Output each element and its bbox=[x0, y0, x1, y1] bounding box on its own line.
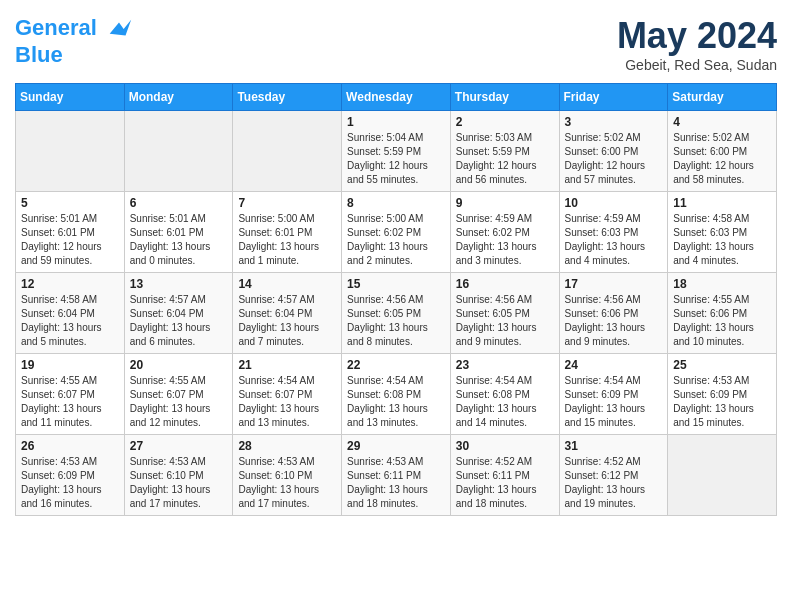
day-number: 22 bbox=[347, 358, 445, 372]
calendar-cell: 24Sunrise: 4:54 AMSunset: 6:09 PMDayligh… bbox=[559, 354, 668, 435]
day-number: 27 bbox=[130, 439, 228, 453]
day-number: 2 bbox=[456, 115, 554, 129]
day-number: 7 bbox=[238, 196, 336, 210]
day-info: Sunrise: 5:02 AMSunset: 6:00 PMDaylight:… bbox=[565, 131, 663, 187]
day-number: 29 bbox=[347, 439, 445, 453]
title-section: May 2024 Gebeit, Red Sea, Sudan bbox=[617, 15, 777, 73]
calendar-cell: 16Sunrise: 4:56 AMSunset: 6:05 PMDayligh… bbox=[450, 273, 559, 354]
calendar-cell bbox=[124, 111, 233, 192]
calendar-cell: 11Sunrise: 4:58 AMSunset: 6:03 PMDayligh… bbox=[668, 192, 777, 273]
day-number: 12 bbox=[21, 277, 119, 291]
day-info: Sunrise: 4:54 AMSunset: 6:08 PMDaylight:… bbox=[456, 374, 554, 430]
day-number: 26 bbox=[21, 439, 119, 453]
day-info: Sunrise: 5:01 AMSunset: 6:01 PMDaylight:… bbox=[21, 212, 119, 268]
calendar-week-1: 1Sunrise: 5:04 AMSunset: 5:59 PMDaylight… bbox=[16, 111, 777, 192]
day-info: Sunrise: 4:53 AMSunset: 6:11 PMDaylight:… bbox=[347, 455, 445, 511]
calendar-cell: 14Sunrise: 4:57 AMSunset: 6:04 PMDayligh… bbox=[233, 273, 342, 354]
calendar-cell: 7Sunrise: 5:00 AMSunset: 6:01 PMDaylight… bbox=[233, 192, 342, 273]
location: Gebeit, Red Sea, Sudan bbox=[617, 57, 777, 73]
day-number: 4 bbox=[673, 115, 771, 129]
calendar-cell: 25Sunrise: 4:53 AMSunset: 6:09 PMDayligh… bbox=[668, 354, 777, 435]
calendar-cell bbox=[233, 111, 342, 192]
weekday-header-wednesday: Wednesday bbox=[342, 84, 451, 111]
day-info: Sunrise: 5:00 AMSunset: 6:01 PMDaylight:… bbox=[238, 212, 336, 268]
calendar-cell: 15Sunrise: 4:56 AMSunset: 6:05 PMDayligh… bbox=[342, 273, 451, 354]
day-info: Sunrise: 4:52 AMSunset: 6:12 PMDaylight:… bbox=[565, 455, 663, 511]
day-info: Sunrise: 4:52 AMSunset: 6:11 PMDaylight:… bbox=[456, 455, 554, 511]
calendar-cell: 23Sunrise: 4:54 AMSunset: 6:08 PMDayligh… bbox=[450, 354, 559, 435]
day-number: 21 bbox=[238, 358, 336, 372]
day-info: Sunrise: 4:55 AMSunset: 6:07 PMDaylight:… bbox=[130, 374, 228, 430]
calendar-cell: 28Sunrise: 4:53 AMSunset: 6:10 PMDayligh… bbox=[233, 435, 342, 516]
calendar-cell: 29Sunrise: 4:53 AMSunset: 6:11 PMDayligh… bbox=[342, 435, 451, 516]
calendar-cell: 27Sunrise: 4:53 AMSunset: 6:10 PMDayligh… bbox=[124, 435, 233, 516]
calendar-cell: 26Sunrise: 4:53 AMSunset: 6:09 PMDayligh… bbox=[16, 435, 125, 516]
day-info: Sunrise: 4:55 AMSunset: 6:06 PMDaylight:… bbox=[673, 293, 771, 349]
day-number: 17 bbox=[565, 277, 663, 291]
day-info: Sunrise: 4:54 AMSunset: 6:07 PMDaylight:… bbox=[238, 374, 336, 430]
day-info: Sunrise: 4:53 AMSunset: 6:09 PMDaylight:… bbox=[21, 455, 119, 511]
day-number: 28 bbox=[238, 439, 336, 453]
calendar-cell: 2Sunrise: 5:03 AMSunset: 5:59 PMDaylight… bbox=[450, 111, 559, 192]
day-info: Sunrise: 5:04 AMSunset: 5:59 PMDaylight:… bbox=[347, 131, 445, 187]
weekday-header-tuesday: Tuesday bbox=[233, 84, 342, 111]
day-number: 19 bbox=[21, 358, 119, 372]
calendar-cell: 1Sunrise: 5:04 AMSunset: 5:59 PMDaylight… bbox=[342, 111, 451, 192]
calendar-cell: 12Sunrise: 4:58 AMSunset: 6:04 PMDayligh… bbox=[16, 273, 125, 354]
day-info: Sunrise: 4:59 AMSunset: 6:02 PMDaylight:… bbox=[456, 212, 554, 268]
weekday-header-friday: Friday bbox=[559, 84, 668, 111]
calendar-cell: 21Sunrise: 4:54 AMSunset: 6:07 PMDayligh… bbox=[233, 354, 342, 435]
calendar-cell: 5Sunrise: 5:01 AMSunset: 6:01 PMDaylight… bbox=[16, 192, 125, 273]
day-number: 3 bbox=[565, 115, 663, 129]
day-info: Sunrise: 5:02 AMSunset: 6:00 PMDaylight:… bbox=[673, 131, 771, 187]
day-number: 15 bbox=[347, 277, 445, 291]
day-number: 24 bbox=[565, 358, 663, 372]
calendar-cell bbox=[668, 435, 777, 516]
day-info: Sunrise: 4:53 AMSunset: 6:09 PMDaylight:… bbox=[673, 374, 771, 430]
page-header: General Blue May 2024 Gebeit, Red Sea, S… bbox=[15, 15, 777, 73]
weekday-header-sunday: Sunday bbox=[16, 84, 125, 111]
day-info: Sunrise: 5:03 AMSunset: 5:59 PMDaylight:… bbox=[456, 131, 554, 187]
weekday-row: SundayMondayTuesdayWednesdayThursdayFrid… bbox=[16, 84, 777, 111]
day-info: Sunrise: 4:56 AMSunset: 6:06 PMDaylight:… bbox=[565, 293, 663, 349]
logo: General Blue bbox=[15, 15, 133, 67]
calendar-week-2: 5Sunrise: 5:01 AMSunset: 6:01 PMDaylight… bbox=[16, 192, 777, 273]
calendar-cell: 3Sunrise: 5:02 AMSunset: 6:00 PMDaylight… bbox=[559, 111, 668, 192]
day-info: Sunrise: 4:58 AMSunset: 6:03 PMDaylight:… bbox=[673, 212, 771, 268]
day-info: Sunrise: 5:00 AMSunset: 6:02 PMDaylight:… bbox=[347, 212, 445, 268]
day-info: Sunrise: 4:57 AMSunset: 6:04 PMDaylight:… bbox=[238, 293, 336, 349]
day-number: 9 bbox=[456, 196, 554, 210]
day-number: 16 bbox=[456, 277, 554, 291]
day-number: 13 bbox=[130, 277, 228, 291]
calendar-cell: 10Sunrise: 4:59 AMSunset: 6:03 PMDayligh… bbox=[559, 192, 668, 273]
weekday-header-thursday: Thursday bbox=[450, 84, 559, 111]
svg-marker-0 bbox=[110, 20, 131, 36]
day-number: 18 bbox=[673, 277, 771, 291]
weekday-header-saturday: Saturday bbox=[668, 84, 777, 111]
calendar-cell: 8Sunrise: 5:00 AMSunset: 6:02 PMDaylight… bbox=[342, 192, 451, 273]
day-number: 6 bbox=[130, 196, 228, 210]
calendar-cell: 18Sunrise: 4:55 AMSunset: 6:06 PMDayligh… bbox=[668, 273, 777, 354]
day-number: 14 bbox=[238, 277, 336, 291]
calendar-cell: 30Sunrise: 4:52 AMSunset: 6:11 PMDayligh… bbox=[450, 435, 559, 516]
logo-blue: Blue bbox=[15, 42, 63, 67]
day-info: Sunrise: 4:54 AMSunset: 6:09 PMDaylight:… bbox=[565, 374, 663, 430]
day-number: 30 bbox=[456, 439, 554, 453]
day-number: 10 bbox=[565, 196, 663, 210]
calendar-cell: 22Sunrise: 4:54 AMSunset: 6:08 PMDayligh… bbox=[342, 354, 451, 435]
calendar-header: SundayMondayTuesdayWednesdayThursdayFrid… bbox=[16, 84, 777, 111]
calendar-cell: 4Sunrise: 5:02 AMSunset: 6:00 PMDaylight… bbox=[668, 111, 777, 192]
day-number: 31 bbox=[565, 439, 663, 453]
day-number: 25 bbox=[673, 358, 771, 372]
calendar-cell: 9Sunrise: 4:59 AMSunset: 6:02 PMDaylight… bbox=[450, 192, 559, 273]
calendar-cell: 17Sunrise: 4:56 AMSunset: 6:06 PMDayligh… bbox=[559, 273, 668, 354]
calendar-week-3: 12Sunrise: 4:58 AMSunset: 6:04 PMDayligh… bbox=[16, 273, 777, 354]
calendar-week-5: 26Sunrise: 4:53 AMSunset: 6:09 PMDayligh… bbox=[16, 435, 777, 516]
logo-bird-icon bbox=[105, 15, 133, 43]
day-info: Sunrise: 4:56 AMSunset: 6:05 PMDaylight:… bbox=[456, 293, 554, 349]
calendar-table: SundayMondayTuesdayWednesdayThursdayFrid… bbox=[15, 83, 777, 516]
day-info: Sunrise: 4:59 AMSunset: 6:03 PMDaylight:… bbox=[565, 212, 663, 268]
day-info: Sunrise: 4:57 AMSunset: 6:04 PMDaylight:… bbox=[130, 293, 228, 349]
calendar-cell: 19Sunrise: 4:55 AMSunset: 6:07 PMDayligh… bbox=[16, 354, 125, 435]
day-info: Sunrise: 4:55 AMSunset: 6:07 PMDaylight:… bbox=[21, 374, 119, 430]
